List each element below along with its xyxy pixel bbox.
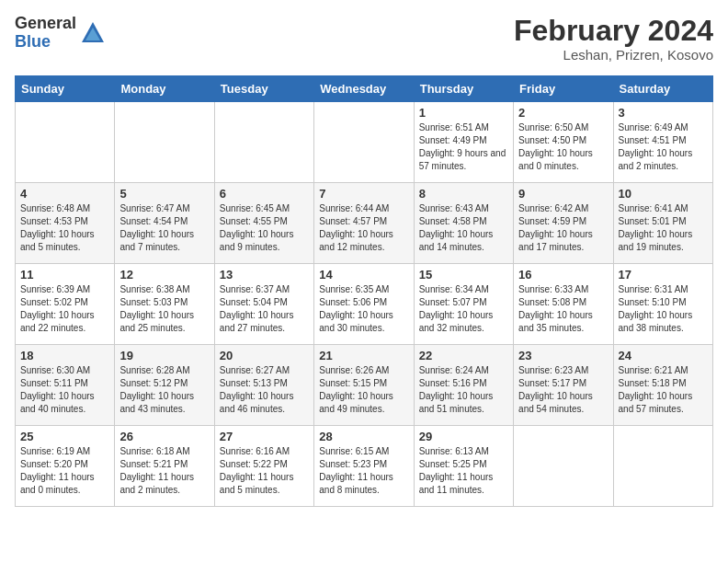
calendar-cell: 25Sunrise: 6:19 AM Sunset: 5:20 PM Dayli… [16,426,115,507]
day-info: Sunrise: 6:41 AM Sunset: 5:01 PM Dayligh… [619,202,708,254]
calendar-cell: 15Sunrise: 6:34 AM Sunset: 5:07 PM Dayli… [414,264,513,345]
month-title: February 2024 [514,15,713,47]
day-number: 2 [518,106,608,120]
weekday-header: Saturday [613,76,712,102]
calendar-week-row: 1Sunrise: 6:51 AM Sunset: 4:49 PM Daylig… [16,102,713,183]
calendar-cell [214,102,313,183]
calendar-cell: 26Sunrise: 6:18 AM Sunset: 5:21 PM Dayli… [115,426,214,507]
day-info: Sunrise: 6:19 AM Sunset: 5:20 PM Dayligh… [20,445,109,497]
weekday-header: Tuesday [214,76,313,102]
calendar-cell: 20Sunrise: 6:27 AM Sunset: 5:13 PM Dayli… [214,345,313,426]
day-info: Sunrise: 6:49 AM Sunset: 4:51 PM Dayligh… [619,121,708,173]
day-number: 6 [220,187,309,201]
calendar-cell: 19Sunrise: 6:28 AM Sunset: 5:12 PM Dayli… [115,345,214,426]
calendar-cell: 28Sunrise: 6:15 AM Sunset: 5:23 PM Dayli… [314,426,414,507]
day-number: 14 [319,268,408,282]
day-number: 3 [619,106,708,120]
day-info: Sunrise: 6:45 AM Sunset: 4:55 PM Dayligh… [220,202,309,254]
day-number: 11 [20,268,109,282]
calendar-week-row: 11Sunrise: 6:39 AM Sunset: 5:02 PM Dayli… [16,264,713,345]
day-number: 28 [319,430,408,443]
weekday-header: Wednesday [314,76,414,102]
day-number: 7 [319,187,408,201]
calendar-cell [16,102,115,183]
day-number: 9 [518,187,608,201]
day-number: 21 [319,349,408,362]
day-number: 27 [220,430,309,443]
calendar-cell [613,426,712,507]
day-number: 4 [20,187,109,201]
day-number: 19 [119,349,209,362]
weekday-header-row: SundayMondayTuesdayWednesdayThursdayFrid… [16,76,713,102]
day-info: Sunrise: 6:31 AM Sunset: 5:10 PM Dayligh… [619,283,708,335]
weekday-header: Monday [115,76,214,102]
calendar-week-row: 25Sunrise: 6:19 AM Sunset: 5:20 PM Dayli… [16,426,713,507]
calendar-cell: 24Sunrise: 6:21 AM Sunset: 5:18 PM Dayli… [613,345,712,426]
logo: General Blue [15,15,106,52]
calendar-cell: 17Sunrise: 6:31 AM Sunset: 5:10 PM Dayli… [613,264,712,345]
day-info: Sunrise: 6:33 AM Sunset: 5:08 PM Dayligh… [518,283,608,335]
logo-icon [80,20,106,46]
calendar-cell: 14Sunrise: 6:35 AM Sunset: 5:06 PM Dayli… [314,264,414,345]
day-info: Sunrise: 6:26 AM Sunset: 5:15 PM Dayligh… [319,364,408,416]
calendar-cell: 22Sunrise: 6:24 AM Sunset: 5:16 PM Dayli… [414,345,513,426]
calendar-cell: 27Sunrise: 6:16 AM Sunset: 5:22 PM Dayli… [214,426,313,507]
logo-general: General [15,15,76,33]
day-info: Sunrise: 6:50 AM Sunset: 4:50 PM Dayligh… [518,121,608,173]
calendar-cell: 18Sunrise: 6:30 AM Sunset: 5:11 PM Dayli… [16,345,115,426]
calendar-cell: 4Sunrise: 6:48 AM Sunset: 4:53 PM Daylig… [16,183,115,264]
title-block: February 2024 Leshan, Prizren, Kosovo [514,15,713,63]
day-number: 18 [20,349,109,362]
calendar-cell: 2Sunrise: 6:50 AM Sunset: 4:50 PM Daylig… [514,102,613,183]
calendar-cell: 10Sunrise: 6:41 AM Sunset: 5:01 PM Dayli… [613,183,712,264]
day-info: Sunrise: 6:23 AM Sunset: 5:17 PM Dayligh… [518,364,608,416]
day-info: Sunrise: 6:51 AM Sunset: 4:49 PM Dayligh… [419,121,508,173]
day-number: 29 [419,430,508,443]
day-info: Sunrise: 6:30 AM Sunset: 5:11 PM Dayligh… [20,364,109,416]
day-info: Sunrise: 6:28 AM Sunset: 5:12 PM Dayligh… [119,364,209,416]
weekday-header: Sunday [16,76,115,102]
day-info: Sunrise: 6:21 AM Sunset: 5:18 PM Dayligh… [619,364,708,416]
weekday-header: Friday [514,76,613,102]
day-number: 1 [419,106,508,120]
calendar-cell: 9Sunrise: 6:42 AM Sunset: 4:59 PM Daylig… [514,183,613,264]
calendar-cell: 29Sunrise: 6:13 AM Sunset: 5:25 PM Dayli… [414,426,513,507]
day-number: 20 [220,349,309,362]
day-info: Sunrise: 6:47 AM Sunset: 4:54 PM Dayligh… [119,202,209,254]
day-info: Sunrise: 6:16 AM Sunset: 5:22 PM Dayligh… [220,445,309,497]
calendar-cell: 11Sunrise: 6:39 AM Sunset: 5:02 PM Dayli… [16,264,115,345]
calendar-table: SundayMondayTuesdayWednesdayThursdayFrid… [15,75,713,507]
day-number: 25 [20,430,109,443]
day-info: Sunrise: 6:37 AM Sunset: 5:04 PM Dayligh… [220,283,309,335]
day-number: 24 [619,349,708,362]
day-info: Sunrise: 6:27 AM Sunset: 5:13 PM Dayligh… [220,364,309,416]
calendar-cell [115,102,214,183]
day-number: 16 [518,268,608,282]
day-info: Sunrise: 6:42 AM Sunset: 4:59 PM Dayligh… [518,202,608,254]
calendar-cell: 12Sunrise: 6:38 AM Sunset: 5:03 PM Dayli… [115,264,214,345]
calendar-cell: 8Sunrise: 6:43 AM Sunset: 4:58 PM Daylig… [414,183,513,264]
calendar-cell: 1Sunrise: 6:51 AM Sunset: 4:49 PM Daylig… [414,102,513,183]
calendar-cell [514,426,613,507]
day-info: Sunrise: 6:48 AM Sunset: 4:53 PM Dayligh… [20,202,109,254]
day-number: 26 [119,430,209,443]
day-info: Sunrise: 6:35 AM Sunset: 5:06 PM Dayligh… [319,283,408,335]
weekday-header: Thursday [414,76,513,102]
day-number: 5 [119,187,209,201]
calendar-cell: 3Sunrise: 6:49 AM Sunset: 4:51 PM Daylig… [613,102,712,183]
day-info: Sunrise: 6:15 AM Sunset: 5:23 PM Dayligh… [319,445,408,497]
calendar-cell: 6Sunrise: 6:45 AM Sunset: 4:55 PM Daylig… [214,183,313,264]
calendar-cell: 7Sunrise: 6:44 AM Sunset: 4:57 PM Daylig… [314,183,414,264]
day-number: 23 [518,349,608,362]
day-info: Sunrise: 6:24 AM Sunset: 5:16 PM Dayligh… [419,364,508,416]
day-info: Sunrise: 6:18 AM Sunset: 5:21 PM Dayligh… [119,445,209,497]
calendar-week-row: 4Sunrise: 6:48 AM Sunset: 4:53 PM Daylig… [16,183,713,264]
day-info: Sunrise: 6:44 AM Sunset: 4:57 PM Dayligh… [319,202,408,254]
day-number: 10 [619,187,708,201]
logo-blue: Blue [15,33,76,52]
day-number: 12 [119,268,209,282]
day-info: Sunrise: 6:38 AM Sunset: 5:03 PM Dayligh… [119,283,209,335]
calendar-cell: 5Sunrise: 6:47 AM Sunset: 4:54 PM Daylig… [115,183,214,264]
calendar-week-row: 18Sunrise: 6:30 AM Sunset: 5:11 PM Dayli… [16,345,713,426]
day-number: 22 [419,349,508,362]
